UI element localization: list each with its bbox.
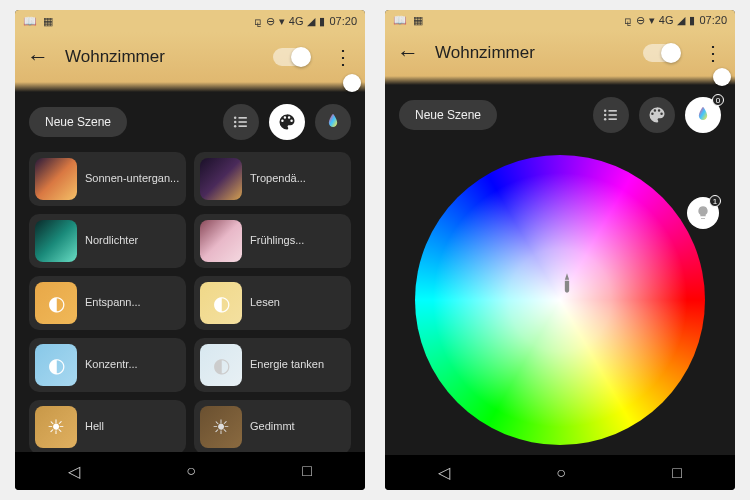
scene-label: Lesen bbox=[250, 296, 280, 309]
scene-grid: Sonnen-untergan...Tropendä...Nordlichter… bbox=[15, 152, 365, 452]
more-icon[interactable]: ⋮ bbox=[333, 45, 353, 69]
scene-thumb bbox=[200, 158, 242, 200]
scene-label: Gedimmt bbox=[250, 420, 295, 433]
scene-thumb: ☀ bbox=[200, 406, 242, 448]
app-icon: ▦ bbox=[413, 14, 423, 27]
back-icon[interactable]: ← bbox=[27, 44, 49, 70]
palette-button[interactable] bbox=[269, 104, 305, 140]
palette-button[interactable] bbox=[639, 97, 675, 133]
scene-label: Sonnen-untergan... bbox=[85, 172, 179, 185]
brightness-thumb[interactable] bbox=[343, 74, 361, 92]
scene-card[interactable]: Sonnen-untergan... bbox=[29, 152, 186, 206]
scene-label: Nordlichter bbox=[85, 234, 138, 247]
back-icon[interactable]: ← bbox=[397, 40, 419, 66]
scene-card[interactable]: Nordlichter bbox=[29, 214, 186, 268]
svg-point-10 bbox=[604, 118, 607, 121]
scene-thumb bbox=[35, 158, 77, 200]
status-bar: 📖 ▦ ⚼ ⊖ ▾ 4G ◢ ▮ 07:20 bbox=[385, 10, 735, 30]
brightness-slider[interactable] bbox=[15, 82, 365, 92]
room-title: Wohnzimmer bbox=[435, 43, 627, 63]
signal-icon: ◢ bbox=[677, 14, 685, 27]
clock: 07:20 bbox=[699, 14, 727, 26]
bluetooth-icon: ⚼ bbox=[624, 14, 632, 27]
scene-card[interactable]: ◐Entspann... bbox=[29, 276, 186, 330]
svg-point-6 bbox=[604, 110, 607, 113]
phone-color: 📖 ▦ ⚼ ⊖ ▾ 4G ◢ ▮ 07:20 ← Wohnzimmer ⋮ Ne… bbox=[385, 10, 735, 490]
bluetooth-icon: ⚼ bbox=[254, 15, 262, 28]
scene-label: Tropendä... bbox=[250, 172, 306, 185]
scene-label: Frühlings... bbox=[250, 234, 304, 247]
book-icon: 📖 bbox=[393, 14, 407, 27]
room-title: Wohnzimmer bbox=[65, 47, 257, 67]
toolbar: Neue Szene 0 bbox=[385, 85, 735, 145]
svg-point-8 bbox=[604, 114, 607, 117]
nav-home-icon[interactable]: ○ bbox=[186, 462, 196, 480]
scene-label: Energie tanken bbox=[250, 358, 324, 371]
svg-point-0 bbox=[234, 117, 237, 120]
svg-rect-7 bbox=[609, 110, 617, 112]
more-icon[interactable]: ⋮ bbox=[703, 41, 723, 65]
nav-bar: ◁ ○ □ bbox=[385, 455, 735, 490]
wifi-icon: ▾ bbox=[649, 14, 655, 27]
scene-label: Entspann... bbox=[85, 296, 141, 309]
battery-icon: ▮ bbox=[689, 14, 695, 27]
room-toggle[interactable] bbox=[643, 44, 679, 62]
clock: 07:20 bbox=[329, 15, 357, 27]
color-area: 1 bbox=[385, 145, 735, 455]
network-label: 4G bbox=[659, 14, 674, 26]
status-bar: 📖 ▦ ⚼ ⊖ ▾ 4G ◢ ▮ 07:20 bbox=[15, 10, 365, 32]
app-icon: ▦ bbox=[43, 15, 53, 28]
svg-rect-9 bbox=[609, 114, 617, 116]
brightness-slider[interactable] bbox=[385, 76, 735, 85]
header: ← Wohnzimmer ⋮ bbox=[385, 30, 735, 76]
scene-card[interactable]: ☀Gedimmt bbox=[194, 400, 351, 452]
scene-thumb: ◐ bbox=[200, 282, 242, 324]
scene-card[interactable]: Tropendä... bbox=[194, 152, 351, 206]
nav-recent-icon[interactable]: □ bbox=[672, 464, 682, 482]
new-scene-button[interactable]: Neue Szene bbox=[399, 100, 497, 130]
color-marker-icon[interactable] bbox=[554, 271, 580, 297]
toolbar: Neue Szene bbox=[15, 92, 365, 152]
nav-bar: ◁ ○ □ bbox=[15, 452, 365, 490]
nav-recent-icon[interactable]: □ bbox=[302, 462, 312, 480]
svg-rect-5 bbox=[239, 125, 247, 127]
color-wheel[interactable] bbox=[415, 155, 705, 445]
scene-thumb: ◐ bbox=[35, 344, 77, 386]
scene-card[interactable]: ◐Konzentr... bbox=[29, 338, 186, 392]
svg-point-4 bbox=[234, 125, 237, 128]
scene-card[interactable]: ◐Energie tanken bbox=[194, 338, 351, 392]
battery-icon: ▮ bbox=[319, 15, 325, 28]
wifi-icon: ▾ bbox=[279, 15, 285, 28]
scene-card[interactable]: Frühlings... bbox=[194, 214, 351, 268]
room-toggle[interactable] bbox=[273, 48, 309, 66]
scene-thumb: ☀ bbox=[35, 406, 77, 448]
network-label: 4G bbox=[289, 15, 304, 27]
nav-back-icon[interactable]: ◁ bbox=[68, 462, 80, 481]
book-icon: 📖 bbox=[23, 15, 37, 28]
dnd-icon: ⊖ bbox=[636, 14, 645, 27]
svg-rect-11 bbox=[609, 119, 617, 121]
color-wheel-button[interactable]: 0 bbox=[685, 97, 721, 133]
dnd-icon: ⊖ bbox=[266, 15, 275, 28]
brightness-thumb[interactable] bbox=[713, 68, 731, 86]
svg-point-2 bbox=[234, 121, 237, 124]
scene-thumb: ◐ bbox=[200, 344, 242, 386]
bulb-badge: 1 bbox=[709, 195, 721, 207]
scene-card[interactable]: ☀Hell bbox=[29, 400, 186, 452]
nav-back-icon[interactable]: ◁ bbox=[438, 463, 450, 482]
color-wheel-button[interactable] bbox=[315, 104, 351, 140]
scene-label: Konzentr... bbox=[85, 358, 138, 371]
palette-badge: 0 bbox=[712, 94, 724, 106]
header: ← Wohnzimmer ⋮ bbox=[15, 32, 365, 82]
list-view-button[interactable] bbox=[223, 104, 259, 140]
svg-rect-1 bbox=[239, 117, 247, 119]
new-scene-button[interactable]: Neue Szene bbox=[29, 107, 127, 137]
scene-label: Hell bbox=[85, 420, 104, 433]
svg-rect-3 bbox=[239, 121, 247, 123]
bulb-indicator[interactable]: 1 bbox=[687, 197, 719, 229]
nav-home-icon[interactable]: ○ bbox=[556, 464, 566, 482]
signal-icon: ◢ bbox=[307, 15, 315, 28]
scene-thumb: ◐ bbox=[35, 282, 77, 324]
list-view-button[interactable] bbox=[593, 97, 629, 133]
scene-card[interactable]: ◐Lesen bbox=[194, 276, 351, 330]
